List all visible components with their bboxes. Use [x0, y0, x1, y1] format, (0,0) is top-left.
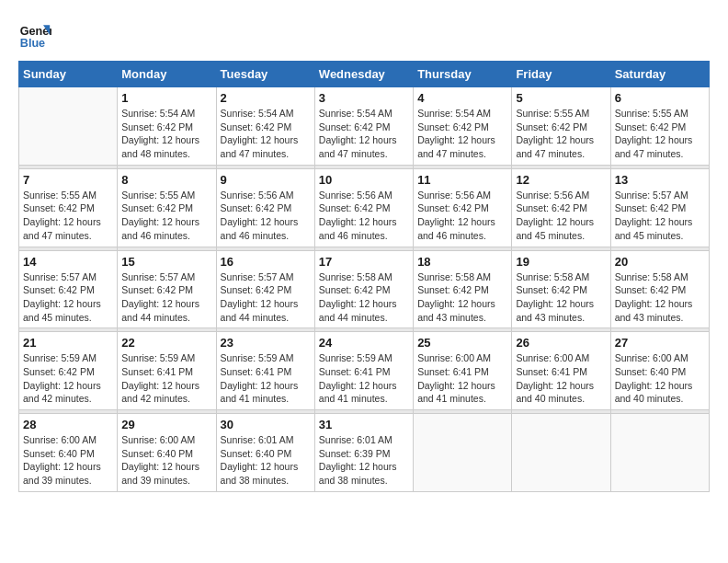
calendar-body: 1Sunrise: 5:54 AMSunset: 6:42 PMDaylight… [19, 87, 710, 492]
calendar-cell [19, 87, 118, 166]
calendar-cell: 1Sunrise: 5:54 AMSunset: 6:42 PMDaylight… [118, 87, 216, 166]
page-container: General Blue SundayMondayTuesdayWednesda… [18, 18, 710, 492]
day-info: Sunrise: 5:58 AMSunset: 6:42 PMDaylight:… [319, 270, 409, 325]
logo: General Blue [18, 18, 51, 52]
calendar-cell: 25Sunrise: 6:00 AMSunset: 6:41 PMDayligh… [414, 332, 512, 410]
day-info: Sunrise: 5:59 AMSunset: 6:42 PMDaylight:… [23, 351, 113, 406]
calendar-cell: 28Sunrise: 6:00 AMSunset: 6:40 PMDayligh… [19, 414, 118, 492]
day-info: Sunrise: 5:56 AMSunset: 6:42 PMDaylight:… [516, 189, 606, 243]
day-number: 27 [615, 336, 705, 350]
calendar-table: SundayMondayTuesdayWednesdayThursdayFrid… [18, 61, 710, 492]
day-info: Sunrise: 5:55 AMSunset: 6:42 PMDaylight:… [516, 107, 606, 161]
calendar-cell: 18Sunrise: 5:58 AMSunset: 6:42 PMDayligh… [414, 250, 512, 328]
day-number: 15 [121, 255, 211, 269]
day-info: Sunrise: 5:57 AMSunset: 6:42 PMDaylight:… [23, 270, 113, 325]
day-info: Sunrise: 6:01 AMSunset: 6:39 PMDaylight:… [319, 433, 409, 488]
day-number: 10 [319, 173, 409, 187]
header: General Blue [18, 18, 710, 52]
day-number: 6 [615, 91, 705, 105]
day-info: Sunrise: 5:55 AMSunset: 6:42 PMDaylight:… [615, 107, 705, 161]
day-number: 8 [121, 173, 211, 187]
logo-icon: General Blue [18, 18, 51, 52]
calendar-cell: 10Sunrise: 5:56 AMSunset: 6:42 PMDayligh… [314, 168, 413, 247]
calendar-cell: 27Sunrise: 6:00 AMSunset: 6:40 PMDayligh… [610, 332, 709, 410]
calendar-cell: 19Sunrise: 5:58 AMSunset: 6:42 PMDayligh… [512, 250, 610, 328]
day-info: Sunrise: 5:59 AMSunset: 6:41 PMDaylight:… [319, 351, 409, 406]
day-info: Sunrise: 5:57 AMSunset: 6:42 PMDaylight:… [221, 270, 311, 325]
calendar-cell: 13Sunrise: 5:57 AMSunset: 6:42 PMDayligh… [610, 168, 709, 247]
day-info: Sunrise: 5:56 AMSunset: 6:42 PMDaylight:… [221, 189, 311, 243]
day-number: 3 [319, 91, 409, 105]
day-number: 18 [417, 255, 507, 269]
weekday-header-sunday: Sunday [19, 62, 118, 87]
weekday-header-saturday: Saturday [610, 62, 709, 87]
day-number: 17 [319, 255, 409, 269]
calendar-cell: 22Sunrise: 5:59 AMSunset: 6:41 PMDayligh… [118, 332, 216, 410]
weekday-header-thursday: Thursday [414, 62, 512, 87]
calendar-cell [610, 414, 709, 492]
calendar-cell: 11Sunrise: 5:56 AMSunset: 6:42 PMDayligh… [414, 168, 512, 247]
calendar-cell: 12Sunrise: 5:56 AMSunset: 6:42 PMDayligh… [512, 168, 610, 247]
svg-text:Blue: Blue [20, 37, 45, 50]
day-number: 4 [417, 91, 507, 105]
calendar-cell: 5Sunrise: 5:55 AMSunset: 6:42 PMDaylight… [512, 87, 610, 166]
day-number: 16 [221, 255, 311, 269]
day-info: Sunrise: 5:54 AMSunset: 6:42 PMDaylight:… [417, 107, 507, 161]
day-info: Sunrise: 5:55 AMSunset: 6:42 PMDaylight:… [23, 189, 113, 243]
calendar-cell: 17Sunrise: 5:58 AMSunset: 6:42 PMDayligh… [314, 250, 413, 328]
day-info: Sunrise: 5:58 AMSunset: 6:42 PMDaylight:… [516, 270, 606, 325]
calendar-cell: 23Sunrise: 5:59 AMSunset: 6:41 PMDayligh… [216, 332, 314, 410]
calendar-cell: 8Sunrise: 5:55 AMSunset: 6:42 PMDaylight… [118, 168, 216, 247]
calendar-cell: 24Sunrise: 5:59 AMSunset: 6:41 PMDayligh… [314, 332, 413, 410]
calendar-cell: 29Sunrise: 6:00 AMSunset: 6:40 PMDayligh… [118, 414, 216, 492]
weekday-header-row: SundayMondayTuesdayWednesdayThursdayFrid… [19, 62, 710, 87]
day-number: 1 [121, 91, 211, 105]
calendar-cell: 7Sunrise: 5:55 AMSunset: 6:42 PMDaylight… [19, 168, 118, 247]
day-number: 19 [516, 255, 606, 269]
day-info: Sunrise: 5:58 AMSunset: 6:42 PMDaylight:… [417, 270, 507, 325]
calendar-week-row: 21Sunrise: 5:59 AMSunset: 6:42 PMDayligh… [19, 332, 710, 410]
day-number: 29 [121, 418, 211, 431]
calendar-cell: 21Sunrise: 5:59 AMSunset: 6:42 PMDayligh… [19, 332, 118, 410]
day-number: 31 [319, 418, 409, 431]
day-info: Sunrise: 5:59 AMSunset: 6:41 PMDaylight:… [221, 351, 311, 406]
day-info: Sunrise: 5:57 AMSunset: 6:42 PMDaylight:… [121, 270, 211, 325]
day-info: Sunrise: 6:00 AMSunset: 6:41 PMDaylight:… [516, 351, 606, 406]
day-number: 25 [417, 336, 507, 350]
weekday-header-tuesday: Tuesday [216, 62, 314, 87]
day-number: 22 [121, 336, 211, 350]
calendar-cell [512, 414, 610, 492]
day-number: 11 [417, 173, 507, 187]
day-info: Sunrise: 6:00 AMSunset: 6:41 PMDaylight:… [417, 351, 507, 406]
day-info: Sunrise: 5:58 AMSunset: 6:42 PMDaylight:… [615, 270, 705, 325]
day-number: 21 [23, 336, 113, 350]
calendar-cell: 16Sunrise: 5:57 AMSunset: 6:42 PMDayligh… [216, 250, 314, 328]
calendar-cell: 2Sunrise: 5:54 AMSunset: 6:42 PMDaylight… [216, 87, 314, 166]
day-info: Sunrise: 5:59 AMSunset: 6:41 PMDaylight:… [121, 351, 211, 406]
calendar-week-row: 1Sunrise: 5:54 AMSunset: 6:42 PMDaylight… [19, 87, 710, 166]
calendar-cell: 6Sunrise: 5:55 AMSunset: 6:42 PMDaylight… [610, 87, 709, 166]
day-info: Sunrise: 6:01 AMSunset: 6:40 PMDaylight:… [221, 433, 311, 488]
day-info: Sunrise: 5:57 AMSunset: 6:42 PMDaylight:… [615, 189, 705, 243]
day-info: Sunrise: 6:00 AMSunset: 6:40 PMDaylight:… [23, 433, 113, 488]
day-number: 5 [516, 91, 606, 105]
calendar-week-row: 28Sunrise: 6:00 AMSunset: 6:40 PMDayligh… [19, 414, 710, 492]
day-info: Sunrise: 5:54 AMSunset: 6:42 PMDaylight:… [121, 107, 211, 161]
day-info: Sunrise: 5:56 AMSunset: 6:42 PMDaylight:… [319, 189, 409, 243]
day-info: Sunrise: 6:00 AMSunset: 6:40 PMDaylight:… [121, 433, 211, 488]
day-number: 28 [23, 418, 113, 431]
day-number: 20 [615, 255, 705, 269]
calendar-cell: 20Sunrise: 5:58 AMSunset: 6:42 PMDayligh… [610, 250, 709, 328]
day-info: Sunrise: 5:54 AMSunset: 6:42 PMDaylight:… [221, 107, 311, 161]
day-info: Sunrise: 6:00 AMSunset: 6:40 PMDaylight:… [615, 351, 705, 406]
day-number: 23 [221, 336, 311, 350]
weekday-header-friday: Friday [512, 62, 610, 87]
day-number: 13 [615, 173, 705, 187]
calendar-header: SundayMondayTuesdayWednesdayThursdayFrid… [19, 62, 710, 87]
calendar-cell: 9Sunrise: 5:56 AMSunset: 6:42 PMDaylight… [216, 168, 314, 247]
weekday-header-wednesday: Wednesday [314, 62, 413, 87]
day-number: 9 [221, 173, 311, 187]
calendar-cell: 30Sunrise: 6:01 AMSunset: 6:40 PMDayligh… [216, 414, 314, 492]
day-number: 30 [221, 418, 311, 431]
calendar-cell: 4Sunrise: 5:54 AMSunset: 6:42 PMDaylight… [414, 87, 512, 166]
